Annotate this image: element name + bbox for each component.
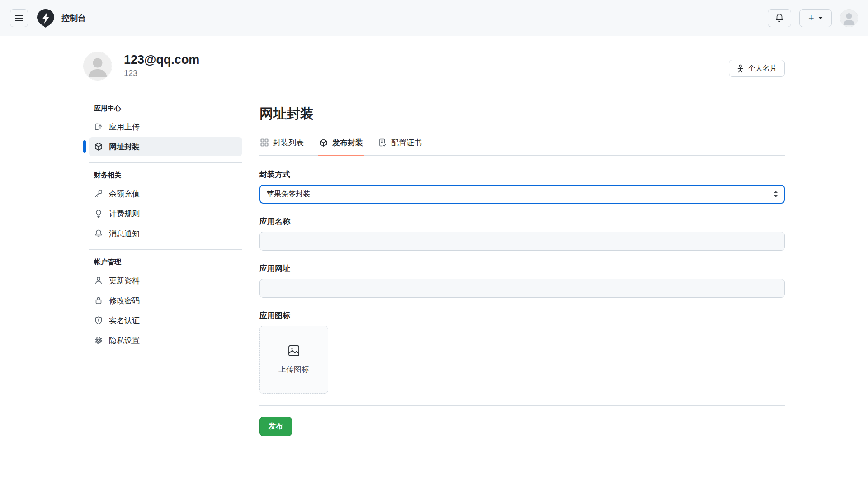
sidebar-item-label: 计费规则 xyxy=(109,209,140,219)
plus-icon: + xyxy=(808,12,814,24)
hamburger-menu-button[interactable] xyxy=(10,9,28,27)
gear-icon xyxy=(94,336,103,345)
profile-username: 123 xyxy=(124,69,199,78)
sidebar: 应用中心 应用上传 xyxy=(83,103,242,351)
app-name-input[interactable] xyxy=(259,232,785,251)
copyright-footer: Copyright © 2025 2002.1000.xiaomiou.com … xyxy=(259,436,785,481)
sidebar-item-privacy-settings[interactable]: 隐私设置 xyxy=(89,331,242,350)
lightbulb-icon xyxy=(94,209,103,218)
app-name-label: 应用名称 xyxy=(259,216,785,227)
personal-card-label: 个人名片 xyxy=(748,64,777,73)
grid-icon xyxy=(260,138,269,147)
app-header: 控制台 + xyxy=(0,0,868,36)
profile-avatar xyxy=(83,52,112,81)
sidebar-item-real-name-verify[interactable]: 实名认证 xyxy=(89,311,242,330)
sidebar-section-app-center: 应用中心 应用上传 xyxy=(89,103,242,156)
tab-label: 发布封装 xyxy=(332,138,363,148)
app-url-label: 应用网址 xyxy=(259,263,785,274)
page-title: 网址封装 xyxy=(259,105,785,122)
person-badge-icon xyxy=(736,64,744,73)
person-icon xyxy=(94,276,103,285)
tab-publish-package[interactable]: 发布封装 xyxy=(318,134,364,155)
publish-button[interactable]: 发布 xyxy=(259,417,292,436)
sidebar-section-title: 财务相关 xyxy=(89,171,242,180)
sidebar-section-finance: 财务相关 余额充值 xyxy=(89,162,242,243)
create-new-button[interactable]: + xyxy=(799,9,832,27)
sidebar-item-label: 应用上传 xyxy=(109,122,140,132)
sidebar-item-label: 修改密码 xyxy=(109,295,140,306)
sidebar-section-account: 帐户管理 更新资料 xyxy=(89,249,242,350)
app-logo-icon xyxy=(36,8,55,28)
app-title: 控制台 xyxy=(61,13,86,24)
package-icon xyxy=(94,142,103,151)
icon-upload-dropzone[interactable]: 上传图标 xyxy=(259,326,328,394)
hamburger-icon xyxy=(15,14,23,22)
tab-configure-certificate[interactable]: 配置证书 xyxy=(377,134,423,155)
tab-package-list[interactable]: 封装列表 xyxy=(259,134,305,155)
sidebar-item-balance-recharge[interactable]: 余额充值 xyxy=(89,184,242,203)
app-icon-label: 应用图标 xyxy=(259,310,785,321)
sidebar-item-app-upload[interactable]: 应用上传 xyxy=(89,117,242,136)
app-url-input[interactable] xyxy=(259,279,785,298)
publish-form: 封装方式 苹果免签封装 应用名称 应用网址 应用图标 xyxy=(259,169,785,436)
shield-icon xyxy=(94,316,103,325)
sidebar-item-label: 余额充值 xyxy=(109,189,140,199)
tab-label: 封装列表 xyxy=(273,138,304,148)
file-check-icon xyxy=(378,138,387,147)
sidebar-item-change-password[interactable]: 修改密码 xyxy=(89,291,242,310)
profile-email: 123@qq.com xyxy=(124,52,199,67)
tabs: 封装列表 发布封装 xyxy=(259,134,785,156)
notifications-button[interactable] xyxy=(768,9,791,27)
sidebar-item-label: 消息通知 xyxy=(109,229,140,239)
personal-card-button[interactable]: 个人名片 xyxy=(729,60,785,77)
image-icon xyxy=(288,344,300,357)
sidebar-item-update-profile[interactable]: 更新资料 xyxy=(89,271,242,290)
header-avatar[interactable] xyxy=(840,9,858,27)
main-content: 网址封装 封装列表 xyxy=(259,103,785,481)
upload-icon xyxy=(94,122,103,131)
profile-header: 123@qq.com 123 个人名片 xyxy=(83,52,785,81)
lock-icon xyxy=(94,296,103,305)
sidebar-item-url-packaging[interactable]: 网址封装 xyxy=(89,137,242,156)
package-method-label: 封装方式 xyxy=(259,169,785,180)
brand[interactable]: 控制台 xyxy=(36,8,86,28)
bell-icon xyxy=(775,13,784,23)
sidebar-section-title: 应用中心 xyxy=(89,104,242,113)
form-divider xyxy=(259,405,785,406)
key-icon xyxy=(94,189,103,198)
sidebar-item-notifications[interactable]: 消息通知 xyxy=(89,224,242,243)
sidebar-item-label: 实名认证 xyxy=(109,315,140,326)
package-method-select[interactable]: 苹果免签封装 xyxy=(259,185,785,204)
sidebar-item-label: 网址封装 xyxy=(109,142,140,152)
caret-down-icon xyxy=(818,17,823,19)
bell-icon xyxy=(94,229,103,238)
tab-label: 配置证书 xyxy=(391,138,422,148)
sidebar-item-label: 更新资料 xyxy=(109,276,140,286)
package-icon xyxy=(319,138,328,147)
sidebar-section-title: 帐户管理 xyxy=(89,258,242,267)
sidebar-item-label: 隐私设置 xyxy=(109,335,140,346)
sidebar-item-billing-rules[interactable]: 计费规则 xyxy=(89,204,242,223)
upload-icon-label: 上传图标 xyxy=(278,364,309,375)
